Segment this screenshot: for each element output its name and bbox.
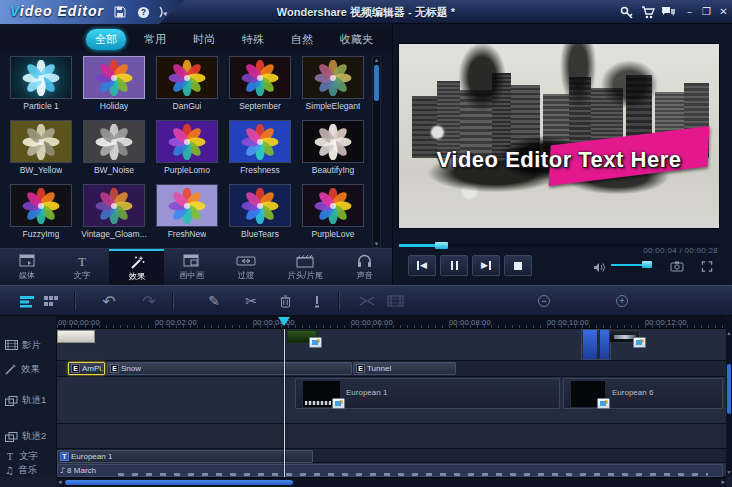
- video-clip[interactable]: [57, 330, 95, 343]
- effect-thumbnail[interactable]: [10, 120, 72, 163]
- marker-icon[interactable]: [306, 291, 328, 311]
- prev-frame-button[interactable]: ◀: [408, 255, 436, 276]
- seek-handle[interactable]: [435, 242, 448, 249]
- overlay-clip[interactable]: European 1: [295, 378, 560, 409]
- effect-clip-selected[interactable]: E AmPl...: [68, 362, 105, 375]
- effect-item[interactable]: DanGui: [151, 56, 223, 120]
- effect-item[interactable]: BeautifyIng: [297, 120, 369, 184]
- effect-thumbnail[interactable]: [302, 184, 364, 227]
- filmstrip-icon[interactable]: [384, 291, 406, 311]
- pause-button[interactable]: [440, 255, 468, 276]
- next-frame-button[interactable]: ▶: [472, 255, 500, 276]
- nav-transition[interactable]: 过渡: [218, 249, 273, 286]
- feedback-chat-icon[interactable]: [660, 4, 676, 20]
- tab-all[interactable]: 全部: [86, 29, 126, 50]
- effect-item[interactable]: September: [224, 56, 296, 120]
- nav-media[interactable]: 媒体: [0, 249, 55, 286]
- effect-thumbnail[interactable]: [83, 56, 145, 99]
- vscrollbar-thumb[interactable]: [727, 364, 731, 414]
- scroll-down-icon[interactable]: ▼: [726, 469, 732, 475]
- tab-common[interactable]: 常用: [135, 29, 175, 50]
- nav-pip[interactable]: 画中画: [164, 249, 219, 286]
- music-clip[interactable]: ♪ 8 March: [57, 464, 723, 477]
- nav-text[interactable]: T 文字: [55, 249, 110, 286]
- text-clip[interactable]: T European 1: [57, 450, 313, 463]
- text-track[interactable]: T European 1: [57, 449, 726, 463]
- scroll-up-icon[interactable]: ▲: [373, 57, 380, 63]
- maximize-button[interactable]: ❐: [699, 4, 714, 18]
- effect-thumbnail[interactable]: [156, 120, 218, 163]
- help-icon[interactable]: ?: [135, 4, 151, 20]
- effect-clip[interactable]: E Snow: [107, 362, 352, 375]
- edit-clip-icon[interactable]: ✎: [203, 291, 225, 311]
- effect-thumbnail[interactable]: [302, 120, 364, 163]
- effect-thumbnail[interactable]: [229, 56, 291, 99]
- tab-fashion[interactable]: 时尚: [184, 29, 224, 50]
- delete-icon[interactable]: [274, 291, 296, 311]
- effect-item[interactable]: BlueTears: [224, 184, 296, 248]
- nav-effects[interactable]: 效果: [109, 249, 164, 286]
- effect-thumbnail[interactable]: [229, 184, 291, 227]
- effect-thumbnail[interactable]: [10, 184, 72, 227]
- volume-icon[interactable]: [593, 259, 606, 277]
- effect-thumbnail[interactable]: [229, 120, 291, 163]
- collapse-icon[interactable]: [156, 4, 172, 20]
- scroll-right-icon[interactable]: ▸: [721, 478, 725, 486]
- stop-button[interactable]: [504, 255, 532, 276]
- effect-thumbnail[interactable]: [302, 56, 364, 99]
- tab-favorites[interactable]: 收藏夹: [331, 29, 382, 50]
- overlay-clip[interactable]: European 6: [563, 378, 723, 409]
- video-clip[interactable]: [600, 330, 609, 359]
- tab-special[interactable]: 特殊: [233, 29, 273, 50]
- effect-item[interactable]: SimpleElegant: [297, 56, 369, 120]
- effect-thumbnail[interactable]: [156, 184, 218, 227]
- effect-thumbnail[interactable]: [156, 56, 218, 99]
- nav-sound[interactable]: 声音: [337, 249, 392, 286]
- effect-item[interactable]: Vintage_Gloam...: [78, 184, 150, 248]
- zoom-out-icon[interactable]: −: [538, 295, 550, 307]
- video-clip[interactable]: [583, 330, 597, 359]
- playhead[interactable]: [284, 329, 285, 477]
- effect-item[interactable]: PurpleLomo: [151, 120, 223, 184]
- overlay-track-1[interactable]: European 1 European 6: [57, 377, 726, 424]
- timeline-view-icon[interactable]: [16, 291, 38, 311]
- library-scrollbar[interactable]: ▲ ▼: [372, 56, 381, 248]
- detach-audio-icon[interactable]: [356, 291, 378, 311]
- volume-slider[interactable]: [611, 264, 661, 266]
- effect-item[interactable]: PurpleLove: [297, 184, 369, 248]
- close-button[interactable]: ✕: [716, 4, 731, 18]
- storyboard-view-icon[interactable]: [40, 291, 62, 311]
- scroll-up-icon[interactable]: ▲: [726, 330, 732, 336]
- effect-item[interactable]: FuzzyImg: [5, 184, 77, 248]
- scroll-down-icon[interactable]: ▼: [373, 241, 380, 247]
- effect-item[interactable]: Freshness: [224, 120, 296, 184]
- cut-icon[interactable]: ✂: [240, 291, 262, 311]
- snapshot-camera-icon[interactable]: [670, 258, 684, 276]
- timeline-vscrollbar[interactable]: ▲ ▼: [726, 316, 732, 477]
- effect-item[interactable]: Holiday: [78, 56, 150, 120]
- save-icon[interactable]: [112, 4, 128, 20]
- video-track[interactable]: [57, 329, 726, 361]
- effects-track[interactable]: E AmPl... E Snow E Tunnel: [57, 361, 726, 377]
- overlay-track-2[interactable]: [57, 424, 726, 449]
- volume-handle[interactable]: [642, 261, 652, 268]
- effect-item[interactable]: BW_Yellow: [5, 120, 77, 184]
- music-track[interactable]: ♪ 8 March: [57, 463, 726, 477]
- timeline-hscrollbar[interactable]: ◂ ▸: [57, 477, 726, 487]
- effect-item[interactable]: FreshNew: [151, 184, 223, 248]
- store-cart-icon[interactable]: [640, 4, 656, 20]
- fullscreen-icon[interactable]: [701, 258, 713, 276]
- effect-clip[interactable]: E Tunnel: [353, 362, 456, 375]
- effect-thumbnail[interactable]: [83, 184, 145, 227]
- timeline-ruler[interactable]: 00:00:00:00 00:00:02:00 00:00:04:00 00:0…: [57, 316, 726, 329]
- zoom-in-icon[interactable]: +: [616, 295, 628, 307]
- scroll-left-icon[interactable]: ◂: [58, 478, 62, 486]
- minimize-button[interactable]: –: [682, 4, 697, 18]
- redo-icon[interactable]: ↷: [138, 291, 160, 311]
- hscrollbar-thumb[interactable]: [65, 480, 293, 485]
- tab-nature[interactable]: 自然: [282, 29, 322, 50]
- effect-thumbnail[interactable]: [83, 120, 145, 163]
- nav-intro-credits[interactable]: 片头/片尾: [273, 249, 337, 286]
- playhead-handle[interactable]: [278, 317, 290, 326]
- effect-thumbnail[interactable]: [10, 56, 72, 99]
